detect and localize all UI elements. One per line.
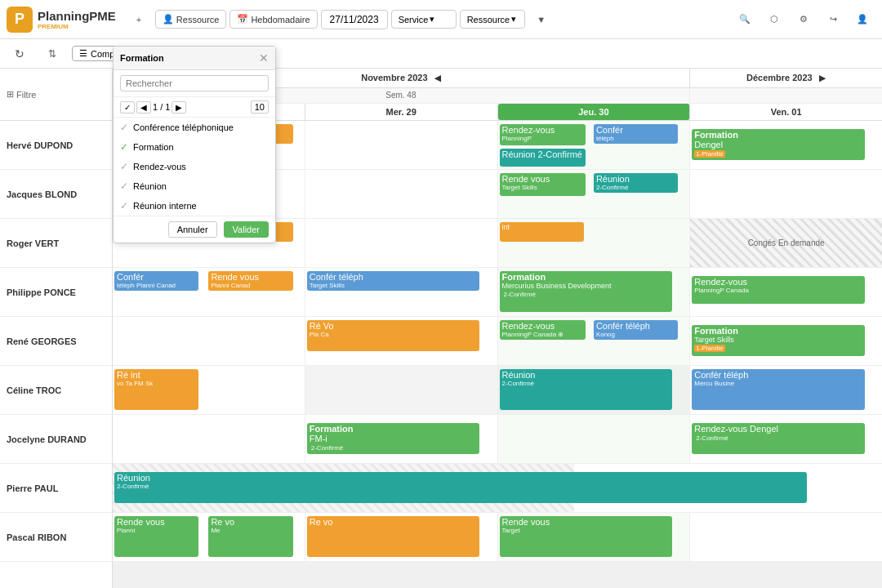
check-formation: ✓ [120,141,128,153]
prev-month-btn[interactable]: ◀ [434,74,441,82]
hebdomadaire-label: Hebdomadaire [251,15,310,24]
event-rdv-pascal-29[interactable]: Re vo [307,516,479,557]
chevron-down-icon: ▾ [430,14,434,24]
service-dropdown[interactable]: Service ▾ [391,10,457,29]
event-confer-herve-30[interactable]: Confértéléph [594,124,678,144]
event-rdv-pascal-30[interactable]: Rende vousTarget [500,516,672,557]
conference-label: Conférence téléphonique [133,122,234,132]
event-formation-jocelyne-29[interactable]: Formation FM-i 2-Confirmé [307,423,479,454]
person-name-rene: René GEORGES [7,336,77,346]
header: P PlanningPME PREMIUM + 👤 Ressource 📅 He… [0,0,882,39]
dropdown-title: Formation [120,53,164,63]
user-icon: 👤 [857,14,868,24]
event-reunion-jacques-30[interactable]: Réunion2-Confirmé [594,173,678,193]
day-ven01-rene: Formation Target Skills 1-Planifié [690,317,882,365]
day-jeu30-jacques: Rende vousTarget Skills Réunion2-Confirm… [498,170,691,218]
celine-mer29-bg [305,366,497,414]
event-rdv-pascal-28b[interactable]: Re voMe [208,516,292,557]
check-all-button[interactable]: ✓ [120,101,135,114]
day-jeu30: Jeu. 30 [498,104,691,120]
cal-row-philippe: Confértéléph Planni Canad Rende vousPlan… [113,268,882,317]
person-icon: 👤 [163,14,174,24]
event-rdv-philippe-01[interactable]: Rendez-vous PlanningP Canada [692,276,864,304]
event-rdv-jocelyne-01[interactable]: Rendez-vous Dengel 2-Confirmé [692,423,864,454]
person-name-herve: Hervé DUPOND [7,140,73,150]
search-input[interactable] [120,75,269,91]
share-icon: ↪ [830,14,837,24]
search-button[interactable]: 🔍 [732,7,758,33]
event-conf-philippe-29[interactable]: Confér téléphTarget Skills [307,271,479,291]
event-multi-celine-28[interactable]: Ré intvo Ta FM Sk [114,369,198,410]
prev-button[interactable]: ◀ [136,101,151,114]
event-int-roger-30[interactable]: int [500,222,584,242]
refresh-button[interactable]: ↻ [7,41,33,67]
next-month-btn[interactable]: ▶ [819,74,826,82]
user-button[interactable]: 👤 [849,7,875,33]
filtre-label: Filtre [16,90,36,100]
event-rdv-pascal-28a[interactable]: Rende vousPlanni [114,516,198,557]
event-rdv-rene-30[interactable]: Rendez-vousPlanningP Canada ⊕ [500,320,586,340]
person-name-celine: Céline TROC [7,385,61,395]
reunion-label: Réunion [133,181,167,191]
dropdown-item-reunion[interactable]: ✓ Réunion [114,176,275,196]
event-reunion-pierre-30[interactable]: Réunion2-Confirmé [114,472,807,503]
date-display[interactable]: 27/11/2023 [321,10,388,29]
sidebar-filter[interactable]: ⊞ Filtre [7,89,36,100]
person-name-jocelyne: Jocelyne DURAND [7,434,87,444]
hebdomadaire-button[interactable]: 📅 Hebdomadaire [229,10,317,29]
cancel-button[interactable]: Annuler [168,221,217,238]
close-button[interactable]: ✕ [259,51,269,65]
person-row-jocelyne: Jocelyne DURAND [0,415,112,464]
person-row-rene: René GEORGES [0,317,112,366]
person-name-jacques: Jacques BLOND [7,189,77,199]
event-reunion-herve-30b[interactable]: Réunion 2-Confirmé [500,149,586,167]
day-ven01-celine: Confér téléphMercu Busine [690,366,882,414]
event-conf-rene-30[interactable]: Confér téléphKonog [594,320,678,340]
dropdown-item-reunion-interne[interactable]: ✓ Réunion interne [114,196,275,216]
dropdown-navigation: ✓ ◀ 1 / 1 ▶ 10 [114,97,275,118]
share-button[interactable]: ↪ [820,7,846,33]
sort-button[interactable]: ⇅ [39,41,65,67]
filter-button[interactable]: ▼ [528,7,555,33]
gear-icon: ⚙ [800,14,808,24]
day-mar28-celine: Ré intvo Ta FM Sk [113,366,305,414]
day-mar28-rene [113,317,305,365]
day-jeu30-rene: Rendez-vousPlanningP Canada ⊕ Confér tél… [498,317,691,365]
layers-icon: ⬡ [770,14,778,24]
event-formation-rene-01[interactable]: Formation Target Skills 1-Planifié [692,325,864,356]
event-formation-philippe-30[interactable]: Formation Mercurius Business Development… [500,271,672,312]
person-row-philippe: Philippe PONCE [0,268,112,317]
layers-button[interactable]: ⬡ [761,7,787,33]
dropdown-item-conference[interactable]: ✓ Conférence téléphonique [114,118,275,137]
filter-icon2: ☰ [79,48,87,59]
resource-label: Ressource [176,15,220,24]
cal-row-pascal: Rende vousPlanni Re voMe Re vo Rende vou… [113,513,882,562]
event-formation-herve-01[interactable]: Formation Dengel 1-Planifié [692,129,864,160]
event-rdv-jacques-30[interactable]: Rende vousTarget Skills [500,173,586,196]
add-button[interactable]: + [126,7,152,33]
settings-button[interactable]: ⚙ [791,7,817,33]
event-conf-celine-01[interactable]: Confér téléphMercu Busine [692,369,864,410]
formation-label: Formation [133,142,174,152]
event-rdv-philippe-28b[interactable]: Rende vousPlanni Canad [208,271,292,291]
confirm-button[interactable]: Valider [224,221,269,238]
sidebar: ⊞ Filtre Hervé DUPOND Jacques BLOND Roge… [0,69,113,588]
person-row-celine: Céline TROC [0,366,112,415]
month-dec: Décembre 2023 ▶ [690,69,882,87]
day-ven01-herve: Formation Dengel 1-Planifié [690,121,882,169]
dropdown-item-formation[interactable]: ✓ Formation [114,137,275,157]
resource-button[interactable]: 👤 Ressource [155,10,227,29]
person-name-roger: Roger VERT [7,238,59,248]
person-name-pascal: Pascal RIBON [7,532,66,542]
event-reunion-celine-30[interactable]: Réunion2-Confirmé [500,369,672,410]
event-conf-philippe-28a[interactable]: Confértéléph Planni Canad [114,271,198,291]
person-row-herve: Hervé DUPOND [0,121,112,170]
dropdown-search-area [114,70,275,97]
event-rdv-rene-29[interactable]: Ré VoPla Ca [307,320,479,351]
day-mar28-pascal: Rende vousPlanni Re voMe [113,513,305,561]
day-jeu30-philippe: Formation Mercurius Business Development… [498,268,691,316]
resource-dropdown[interactable]: Ressource ▾ [460,10,525,29]
next-button[interactable]: ▶ [172,101,186,114]
dropdown-item-rdv[interactable]: ✓ Rendez-vous [114,157,275,176]
event-rdv-herve-30[interactable]: Rendez-vousPlanningP [500,124,586,145]
